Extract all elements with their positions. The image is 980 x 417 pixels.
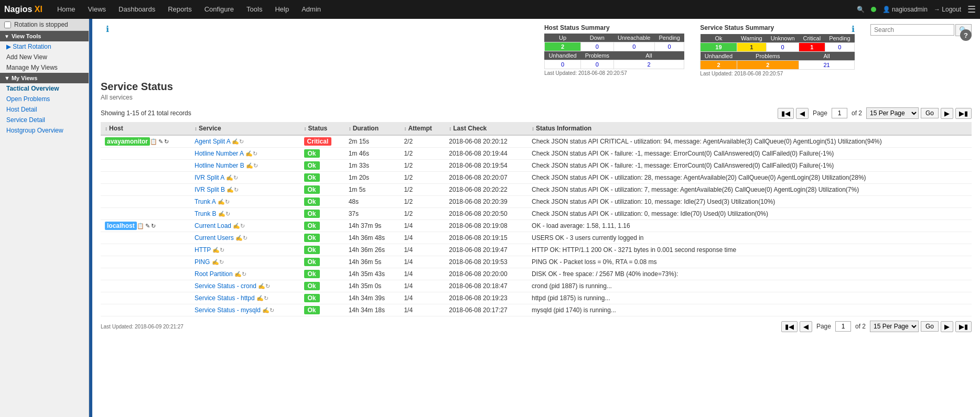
bottom-last-page[interactable]: ▶▮ xyxy=(955,321,972,332)
svc-icon1[interactable]: ✍ xyxy=(245,150,253,157)
host-icon3[interactable]: ↻ xyxy=(151,223,156,229)
host-icon1[interactable]: 📋 xyxy=(150,138,157,145)
hamburger-icon[interactable]: ☰ xyxy=(967,4,976,15)
host-icon2[interactable]: ✎ xyxy=(158,138,163,145)
col-status[interactable]: ↕Status xyxy=(300,122,344,135)
nav-help[interactable]: Help xyxy=(268,0,295,19)
sidebar-item-host-detail[interactable]: Host Detail xyxy=(0,104,89,115)
svc-icon1[interactable]: ✍ xyxy=(258,283,265,289)
host-problems-count[interactable]: 0 xyxy=(581,60,613,69)
host-unhandled-count[interactable]: 0 xyxy=(544,60,580,69)
svc-pending-count[interactable]: 0 xyxy=(825,43,854,52)
svc-icon1[interactable]: ✍ xyxy=(227,186,234,193)
host-summary-info-icon[interactable]: ℹ xyxy=(106,24,109,34)
svc-icon2[interactable]: ↻ xyxy=(264,295,268,301)
service-link[interactable]: HTTP xyxy=(195,246,211,254)
service-link[interactable]: Trunk B xyxy=(195,210,217,217)
host-icon3[interactable]: ↻ xyxy=(164,138,169,145)
sidebar-item-add-new-view[interactable]: Add New View xyxy=(0,52,89,62)
svc-icon2[interactable]: ↻ xyxy=(233,174,238,181)
nav-views[interactable]: Views xyxy=(82,0,112,19)
service-link[interactable]: Trunk A xyxy=(195,198,216,205)
first-page-button[interactable]: ▮◀ xyxy=(778,108,794,119)
user-link[interactable]: 👤 nagiosadmin xyxy=(882,6,928,13)
service-link[interactable]: Service Status - httpd xyxy=(195,294,255,302)
bottom-go-button[interactable]: Go xyxy=(921,321,939,332)
nav-tools[interactable]: Tools xyxy=(240,0,268,19)
host-name[interactable]: avayamonitor xyxy=(105,137,150,146)
nav-home[interactable]: Home xyxy=(51,0,82,19)
host-all-count[interactable]: 2 xyxy=(613,60,684,69)
host-icon1[interactable]: 📋 xyxy=(137,223,144,229)
col-attempt[interactable]: ↕Attempt xyxy=(400,122,445,135)
page-input[interactable] xyxy=(832,108,847,118)
nav-configure[interactable]: Configure xyxy=(198,0,240,19)
service-link[interactable]: Service Status - mysqld xyxy=(195,306,261,314)
col-last-check[interactable]: ↕Last Check xyxy=(445,122,527,135)
svc-icon1[interactable]: ✍ xyxy=(226,174,233,181)
search-input[interactable] xyxy=(870,24,954,36)
sidebar-item-service-detail[interactable]: Service Detail xyxy=(0,115,89,125)
host-up-count[interactable]: 2 xyxy=(544,42,580,51)
svc-problems-val[interactable]: 2 xyxy=(737,61,799,70)
svc-unhandled-val[interactable]: 2 xyxy=(701,61,737,70)
svc-icon2[interactable]: ↻ xyxy=(253,162,258,169)
service-link[interactable]: Current Load xyxy=(195,222,231,229)
svc-icon2[interactable]: ↻ xyxy=(242,271,246,277)
bottom-prev-page[interactable]: ◀ xyxy=(800,321,812,332)
nav-reports[interactable]: Reports xyxy=(161,0,198,19)
col-host[interactable]: ↕Host xyxy=(101,122,190,135)
svc-icon2[interactable]: ↻ xyxy=(243,235,247,241)
svc-icon1[interactable]: ✍ xyxy=(262,307,270,313)
service-link[interactable]: Root Partition xyxy=(195,270,233,278)
svc-ok-count[interactable]: 19 xyxy=(701,43,737,52)
service-link[interactable]: IVR Split B xyxy=(195,186,225,193)
host-name[interactable]: localhost xyxy=(105,222,137,230)
col-service[interactable]: ↕Service xyxy=(190,122,300,135)
go-button[interactable]: Go xyxy=(921,108,939,118)
next-page-button[interactable]: ▶ xyxy=(941,108,953,119)
nav-admin[interactable]: Admin xyxy=(295,0,327,19)
prev-page-button[interactable]: ◀ xyxy=(796,108,809,119)
svc-icon1[interactable]: ✍ xyxy=(218,199,225,205)
help-icon[interactable]: ? xyxy=(960,29,972,41)
service-link[interactable]: Current Users xyxy=(195,234,234,242)
my-views-header[interactable]: ▼ My Views xyxy=(0,73,89,83)
svc-unknown-count[interactable]: 0 xyxy=(767,43,799,52)
search-icon[interactable]: 🔍 xyxy=(857,6,865,13)
svc-icon1[interactable]: ✍ xyxy=(256,295,264,301)
svc-icon1[interactable]: ✍ xyxy=(212,247,220,253)
svc-icon2[interactable]: ↻ xyxy=(225,199,230,205)
svc-icon2[interactable]: ↻ xyxy=(234,186,239,193)
last-page-button[interactable]: ▶▮ xyxy=(955,108,972,119)
service-link[interactable]: Hotline Number A xyxy=(195,150,243,157)
nav-dashboards[interactable]: Dashboards xyxy=(112,0,161,19)
bottom-per-page-select[interactable]: 15 Per Page 25 Per Page 50 Per Page xyxy=(870,321,919,332)
sidebar-item-start-rotation[interactable]: ▶ Start Rotation xyxy=(0,41,89,52)
svc-icon2[interactable]: ↻ xyxy=(240,223,245,229)
per-page-select[interactable]: 15 Per Page 25 Per Page 50 Per Page 100 … xyxy=(866,107,919,119)
col-status-info[interactable]: ↕Status Information xyxy=(527,122,972,135)
svc-icon1[interactable]: ✍ xyxy=(235,235,243,241)
sidebar-item-tactical-overview[interactable]: Tactical Overview xyxy=(0,83,89,94)
svc-icon2[interactable]: ↻ xyxy=(219,259,224,265)
svc-icon2[interactable]: ↻ xyxy=(239,138,244,145)
svc-icon2[interactable]: ↻ xyxy=(220,247,224,253)
bottom-next-page[interactable]: ▶ xyxy=(941,321,953,332)
bottom-page-input[interactable] xyxy=(835,321,851,332)
sidebar-item-hostgroup-overview[interactable]: Hostgroup Overview xyxy=(0,125,89,136)
host-unreachable-count[interactable]: 0 xyxy=(613,42,654,51)
svc-icon1[interactable]: ✍ xyxy=(246,162,253,169)
service-link[interactable]: PING xyxy=(195,258,210,266)
col-duration[interactable]: ↕Duration xyxy=(344,122,400,135)
svc-icon1[interactable]: ✍ xyxy=(232,138,239,145)
host-pending-count[interactable]: 0 xyxy=(654,42,684,51)
host-icon2[interactable]: ✎ xyxy=(145,223,150,229)
sidebar-item-open-problems[interactable]: Open Problems xyxy=(0,94,89,104)
svc-icon2[interactable]: ↻ xyxy=(270,307,274,313)
host-down-count[interactable]: 0 xyxy=(581,42,613,51)
svc-icon2[interactable]: ↻ xyxy=(265,283,270,289)
sidebar-item-manage-views[interactable]: Manage My Views xyxy=(0,62,89,73)
svc-icon1[interactable]: ✍ xyxy=(218,211,225,217)
view-tools-header[interactable]: ▼ View Tools xyxy=(0,31,89,41)
